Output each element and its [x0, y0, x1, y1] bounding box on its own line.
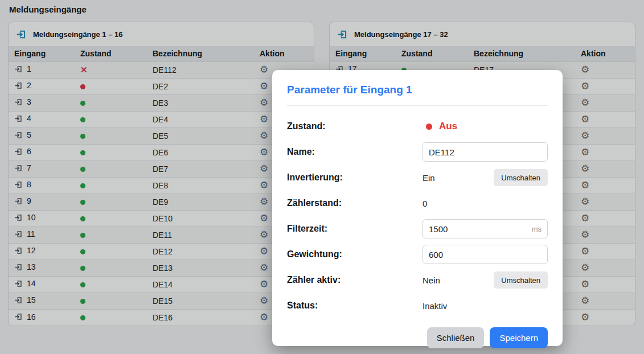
- divider: [287, 105, 548, 106]
- filterzeit-field[interactable]: [423, 219, 548, 238]
- form-row: Name:: [287, 142, 548, 162]
- field-label: Status:: [287, 301, 423, 311]
- modal-footer: Schließen Speichern: [287, 327, 548, 348]
- form-row: Gewichtung:: [287, 245, 548, 264]
- modal-title: Parameter für Eingang 1: [287, 84, 548, 96]
- field-label: Filterzeit:: [287, 224, 423, 234]
- form-row: Zustand:Aus: [287, 117, 548, 136]
- form-row: Zählerstand:0: [287, 194, 548, 213]
- gewichtung-field[interactable]: [423, 245, 548, 264]
- form-row: Zähler aktiv:NeinUmschalten: [287, 270, 548, 290]
- close-button[interactable]: Schließen: [427, 327, 485, 348]
- field-value: Nein: [423, 275, 440, 285]
- form-row: Filterzeit:ms: [287, 219, 548, 238]
- field-label: Zähler aktiv:: [287, 275, 423, 285]
- parameter-modal: Parameter für Eingang 1 Zustand:AusName:…: [272, 70, 563, 346]
- field-label: Invertierung:: [287, 172, 423, 183]
- field-value: 0: [423, 199, 427, 208]
- field-label: Gewichtung:: [287, 249, 423, 260]
- field-label: Zählerstand:: [287, 198, 423, 208]
- form-row: Status:Inaktiv: [287, 296, 548, 315]
- form-row: Invertierung:EinUmschalten: [287, 168, 548, 187]
- toggle-button[interactable]: Umschalten: [494, 169, 548, 186]
- field-value: Ein: [423, 173, 435, 183]
- name-field[interactable]: [423, 142, 548, 162]
- save-button[interactable]: Speichern: [490, 327, 548, 348]
- field-value: Inaktiv: [423, 301, 447, 311]
- toggle-button[interactable]: Umschalten: [494, 271, 548, 289]
- status-value: Aus: [439, 121, 457, 132]
- status-off-dot: [426, 124, 432, 130]
- field-label: Name:: [287, 147, 423, 157]
- field-label: Zustand:: [287, 121, 423, 131]
